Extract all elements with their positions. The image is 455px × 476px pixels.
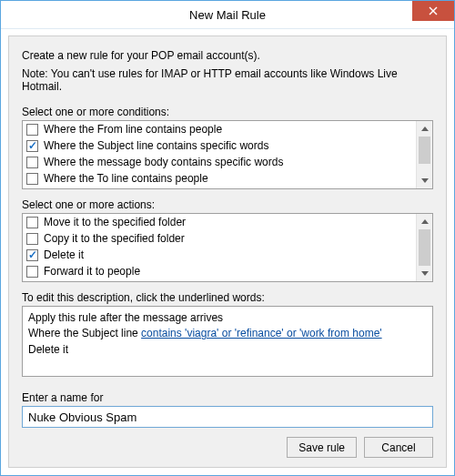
chevron-up-icon <box>421 127 429 131</box>
action-label: Forward it to people <box>44 265 140 278</box>
condition-label: Where the message body contains specific… <box>44 156 283 168</box>
description-line: Where the Subject line contains 'viagra'… <box>28 326 427 341</box>
subject-words-link[interactable]: contains 'viagra' or 'refinance' or 'wor… <box>141 327 382 339</box>
scroll-thumb[interactable] <box>419 229 430 266</box>
close-icon <box>429 6 438 15</box>
action-label: Move it to the specified folder <box>44 216 186 228</box>
action-label: Copy it to the specified folder <box>44 232 185 245</box>
chevron-up-icon <box>421 219 429 224</box>
chevron-down-icon <box>421 271 429 276</box>
description-text: Where the Subject line <box>28 327 141 339</box>
note-text: Note: You can't use rules for IMAP or HT… <box>22 67 433 93</box>
condition-checkbox[interactable] <box>26 124 38 136</box>
intro-text: Create a new rule for your POP email acc… <box>22 49 433 62</box>
action-checkbox[interactable] <box>26 233 38 245</box>
condition-label: Where the To line contains people <box>44 172 208 185</box>
conditions-label: Select one or more conditions: <box>22 106 433 118</box>
condition-label: Where the From line contains people <box>44 123 222 136</box>
conditions-listbox[interactable]: Where the From line contains people Wher… <box>22 120 433 189</box>
dialog-buttons: Save rule Cancel <box>287 437 433 458</box>
chevron-down-icon <box>421 178 429 183</box>
scroll-up-button[interactable] <box>417 121 432 137</box>
description-line: Apply this rule after the message arrive… <box>28 310 427 326</box>
scroll-down-button[interactable] <box>417 173 432 188</box>
condition-checkbox[interactable] <box>26 173 38 185</box>
condition-row[interactable]: Where the From line contains people <box>23 121 417 137</box>
name-label: Enter a name for <box>22 391 433 404</box>
new-mail-rule-window: New Mail Rule Create a new rule for your… <box>0 0 455 476</box>
window-title: New Mail Rule <box>189 8 266 22</box>
actions-label: Select one or more actions: <box>22 198 433 211</box>
cancel-button[interactable]: Cancel <box>364 437 433 458</box>
description-box: Apply this rule after the message arrive… <box>22 306 433 377</box>
action-row[interactable]: Move it to the specified folder <box>23 214 417 230</box>
description-label: To edit this description, click the unde… <box>22 291 433 304</box>
description-line: Delete it <box>28 342 427 358</box>
action-label: Delete it <box>44 248 84 261</box>
conditions-items: Where the From line contains people Wher… <box>23 121 417 188</box>
rule-name-input[interactable] <box>22 406 433 428</box>
save-rule-button[interactable]: Save rule <box>287 437 357 458</box>
conditions-scrollbar[interactable] <box>416 121 432 188</box>
condition-label: Where the Subject line contains specific… <box>44 139 268 152</box>
condition-row[interactable]: Where the Subject line contains specific… <box>23 137 417 154</box>
condition-checkbox[interactable] <box>26 140 38 152</box>
scroll-up-button[interactable] <box>417 214 432 229</box>
scroll-thumb[interactable] <box>419 137 430 164</box>
dialog-body: Create a new rule for your POP email acc… <box>8 35 447 468</box>
action-checkbox[interactable] <box>26 249 38 261</box>
condition-checkbox[interactable] <box>26 157 38 168</box>
actions-scrollbar[interactable] <box>416 214 432 281</box>
condition-row[interactable]: Where the To line contains people <box>23 170 417 187</box>
action-row[interactable]: Copy it to the specified folder <box>23 230 417 247</box>
actions-items: Move it to the specified folder Copy it … <box>23 214 417 281</box>
scroll-down-button[interactable] <box>417 266 432 281</box>
titlebar: New Mail Rule <box>1 1 454 29</box>
condition-row[interactable]: Where the message body contains specific… <box>23 154 417 170</box>
action-checkbox[interactable] <box>26 217 38 228</box>
action-checkbox[interactable] <box>26 266 38 278</box>
close-button[interactable] <box>412 1 454 21</box>
action-row[interactable]: Delete it <box>23 247 417 263</box>
actions-listbox[interactable]: Move it to the specified folder Copy it … <box>22 213 433 282</box>
action-row[interactable]: Forward it to people <box>23 263 417 279</box>
